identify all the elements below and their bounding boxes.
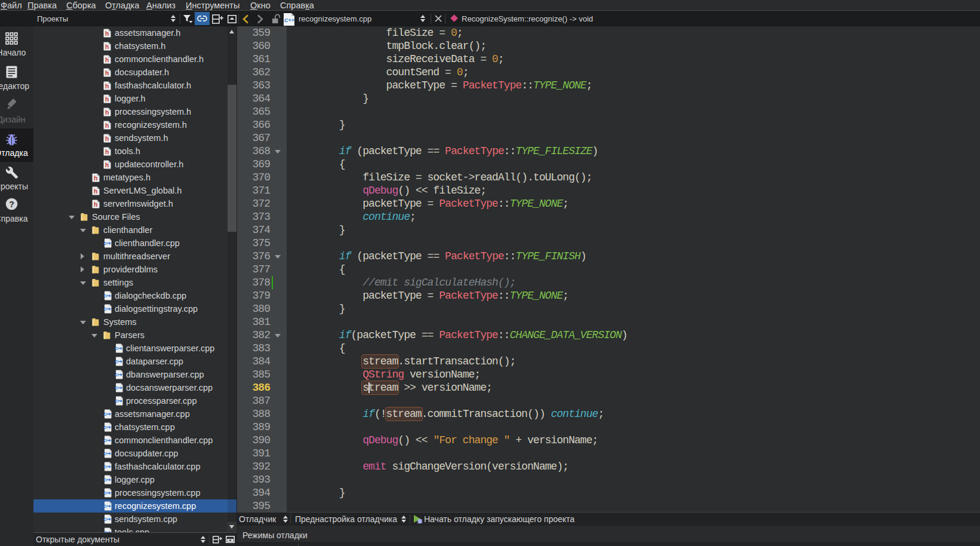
- svg-text:c: c: [104, 503, 107, 509]
- svg-text:c: c: [104, 424, 107, 430]
- svg-text:h: h: [105, 135, 109, 142]
- svg-text:C++: C++: [284, 17, 295, 23]
- svg-text:c: c: [104, 293, 107, 299]
- svg-text:h: h: [94, 201, 97, 208]
- svg-text:c: c: [104, 477, 107, 483]
- svg-text:c: c: [115, 358, 118, 364]
- svg-text:c: c: [104, 240, 107, 246]
- svg-text:c: c: [104, 306, 107, 312]
- svg-text:h: h: [105, 56, 109, 63]
- svg-text:h: h: [105, 122, 109, 129]
- svg-text:c: c: [104, 437, 107, 443]
- svg-text:c: c: [104, 490, 107, 496]
- svg-text:c: c: [104, 464, 107, 470]
- svg-text:c: c: [115, 385, 118, 391]
- svg-text:h: h: [105, 148, 109, 155]
- svg-text:c: c: [104, 516, 107, 522]
- svg-text:h: h: [105, 69, 109, 76]
- svg-text:?: ?: [9, 200, 14, 209]
- svg-text:h: h: [105, 96, 109, 103]
- svg-text:c: c: [115, 345, 118, 351]
- svg-text:h: h: [105, 30, 109, 37]
- svg-text:c: c: [115, 372, 118, 378]
- svg-text:h: h: [105, 82, 109, 90]
- svg-text:c: c: [104, 411, 107, 417]
- svg-text:c: c: [104, 450, 107, 456]
- svg-text:h: h: [105, 43, 109, 50]
- svg-text:h: h: [105, 161, 109, 168]
- svg-text:h: h: [94, 188, 97, 195]
- svg-text:h: h: [105, 109, 109, 116]
- svg-text:c: c: [115, 398, 118, 404]
- svg-text:h: h: [94, 174, 97, 182]
